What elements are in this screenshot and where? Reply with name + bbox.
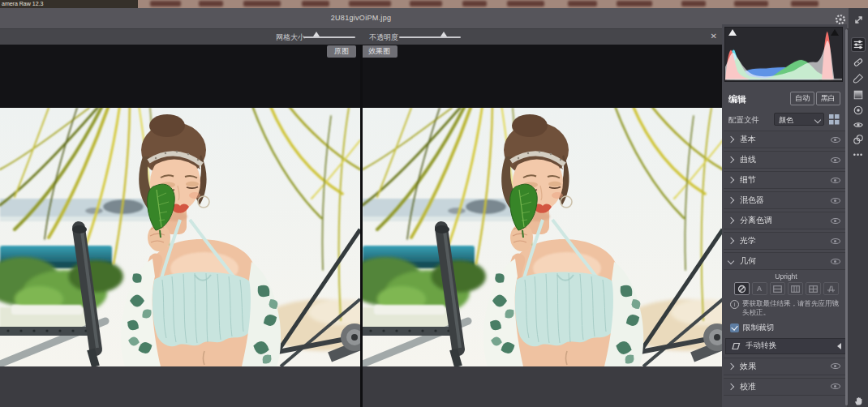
hand-tool-button[interactable] (852, 394, 865, 407)
eye-icon[interactable] (831, 178, 840, 183)
panel-section-label: 几何 (740, 255, 831, 267)
auto-button[interactable]: 自动 (790, 92, 814, 105)
shadow-clipping-icon[interactable] (728, 29, 737, 36)
panel-section-label: 细节 (740, 174, 831, 186)
transform-icon (731, 342, 741, 350)
panel-section-row[interactable]: 分离色调 (724, 212, 845, 229)
upright-level-button[interactable] (770, 282, 785, 295)
hand-icon (853, 396, 864, 406)
grid-size-slider-thumb[interactable] (313, 32, 320, 36)
titlebar-blurred-tab (462, 1, 487, 6)
panel-section-label: 曲线 (740, 154, 831, 165)
chevron-down-icon (728, 258, 734, 264)
upright-vertical-button[interactable] (788, 282, 803, 295)
panel-section-row[interactable]: 效果 (724, 358, 845, 375)
upright-label: Upright (725, 272, 847, 281)
profile-row: 配置文件 颜色 (722, 112, 847, 128)
panel-scrollbar[interactable] (845, 29, 848, 405)
panel-section-label: 分离色调 (740, 215, 831, 226)
eye-icon[interactable] (831, 363, 840, 369)
titlebar-blurred-tab (349, 1, 391, 6)
eye-icon[interactable] (831, 259, 840, 264)
edit-title: 编辑 (728, 93, 746, 105)
panel-section-label: 效果 (740, 361, 831, 372)
photo-before-pane[interactable] (0, 108, 360, 366)
after-view-button[interactable]: 效果图 (361, 45, 397, 58)
profile-select[interactable]: 颜色 (774, 113, 824, 126)
eye-icon[interactable] (831, 218, 840, 224)
sliders-icon (853, 39, 864, 50)
upright-off-button[interactable] (734, 282, 750, 295)
panel-section-label: 光学 (740, 235, 831, 246)
geometry-body: Upright A (725, 272, 847, 354)
upright-auto-button[interactable]: A (752, 282, 767, 295)
panel-section-label: 校准 (740, 381, 831, 392)
radial-filter-button[interactable] (852, 104, 865, 117)
grid-size-slider[interactable] (303, 36, 355, 38)
upright-guided-button[interactable] (823, 282, 839, 295)
panel-section-row[interactable]: 混色器 (724, 191, 845, 209)
panel-section-label: 混色器 (740, 195, 831, 206)
close-overlay-button[interactable]: ✕ (711, 32, 717, 41)
more-options-button[interactable]: ••• (852, 148, 865, 161)
constrain-crop-label: 限制裁切 (743, 323, 774, 333)
spot-removal-button[interactable] (852, 56, 865, 69)
full-grid-icon (809, 285, 818, 293)
eye-icon[interactable] (831, 157, 840, 163)
before-view-button[interactable]: 原图 (327, 45, 356, 58)
expand-button[interactable] (852, 13, 865, 26)
histogram[interactable] (724, 27, 843, 82)
checkbox-checked-icon[interactable] (730, 323, 739, 332)
titlebar-blurred-tab (791, 1, 819, 6)
titlebar-blurred-tab (150, 1, 181, 6)
panel-section-row[interactable]: 校准 (724, 378, 845, 396)
titlebar: amera Raw 12.3 (0, 0, 868, 8)
profile-value: 颜色 (779, 116, 793, 124)
guided-icon (827, 285, 836, 293)
manual-transform-label: 手动转换 (746, 341, 832, 351)
upright-full-button[interactable] (806, 282, 821, 295)
manual-transform-row[interactable]: 手动转换 (725, 338, 847, 354)
panel-sections: 基本 曲线 细节 混色器 分离色调 光学 几何 (724, 131, 845, 398)
adjustment-brush-button[interactable] (852, 72, 865, 85)
window-title: amera Raw 12.3 (0, 0, 138, 8)
auto-letter-icon: A (757, 285, 763, 293)
upright-button-row: A (725, 282, 847, 295)
panel-section-row[interactable]: 细节 (724, 171, 845, 189)
titlebar-blurred-tab (568, 1, 597, 6)
histogram-graph (725, 28, 842, 81)
eye-icon[interactable] (831, 198, 840, 204)
panel-section-row[interactable]: 基本 (724, 131, 845, 148)
panel-section-label: 基本 (740, 134, 831, 145)
chevron-right-icon (728, 177, 734, 183)
tool-strip: ••• (849, 8, 868, 407)
bw-button[interactable]: 黑白 (816, 92, 840, 105)
titlebar-blurred-tab (199, 1, 223, 6)
edit-tool-button[interactable] (852, 38, 865, 51)
presets-button[interactable] (852, 133, 865, 146)
red-eye-icon (853, 119, 864, 131)
collapse-left-icon[interactable] (837, 343, 841, 349)
photo-after-pane[interactable] (363, 108, 722, 366)
open-filename: 2U81givOiPM.jpg (331, 14, 392, 22)
panel-section-row[interactable]: 光学 (724, 232, 845, 250)
titlebar-blurred-tab (507, 1, 544, 6)
panel-section-row[interactable]: 曲线 (724, 151, 845, 169)
eye-icon[interactable] (831, 383, 840, 389)
section-geometry-header[interactable]: 几何 (724, 252, 845, 270)
graduated-filter-button[interactable] (852, 88, 865, 101)
profile-browser-button[interactable] (829, 114, 840, 125)
opacity-slider[interactable] (399, 36, 461, 38)
eye-icon[interactable] (831, 137, 840, 143)
highlight-clipping-icon[interactable] (831, 29, 839, 36)
titlebar-blurred-tab (302, 1, 329, 6)
profile-label: 配置文件 (728, 115, 759, 126)
healing-brush-icon (853, 57, 864, 68)
red-eye-button[interactable] (852, 118, 865, 131)
constrain-crop-row[interactable]: 限制裁切 (725, 323, 847, 333)
opacity-slider-thumb[interactable] (440, 32, 447, 36)
chevron-down-icon (814, 117, 821, 123)
titlebar-blurred-tab (410, 1, 442, 6)
eye-icon[interactable] (831, 238, 840, 244)
grid-icon (829, 114, 840, 125)
